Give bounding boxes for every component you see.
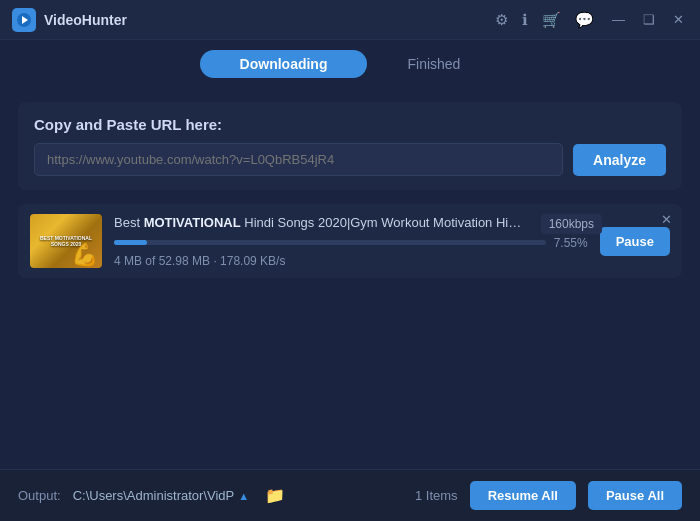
title-bar-left: VideoHunter: [12, 8, 127, 32]
progress-bar: [114, 240, 546, 245]
download-item: ✕ BEST MOTIVATIONAL SONGS 2020 💪 Best MO…: [18, 204, 682, 278]
app-title: VideoHunter: [44, 12, 127, 28]
thumbnail: BEST MOTIVATIONAL SONGS 2020 💪: [30, 214, 102, 268]
info-icon[interactable]: ℹ: [522, 11, 528, 29]
url-row: Analyze: [34, 143, 666, 176]
resume-all-button[interactable]: Resume All: [470, 481, 576, 510]
title-bar: VideoHunter ⚙ ℹ 🛒 💬 — ❑ ✕: [0, 0, 700, 40]
window-controls: — ❑ ✕: [608, 10, 688, 29]
tab-downloading[interactable]: Downloading: [200, 50, 368, 78]
main-content: Copy and Paste URL here: Analyze ✕ BEST …: [0, 88, 700, 278]
tabs-bar: Downloading Finished: [0, 40, 700, 88]
path-arrow-icon: ▲: [238, 490, 249, 502]
chat-icon[interactable]: 💬: [575, 11, 594, 29]
thumb-figure: 💪: [71, 242, 98, 268]
output-label: Output:: [18, 488, 61, 503]
app-logo: [12, 8, 36, 32]
download-title: Best MOTIVATIONAL Hindi Songs 2020|Gym W…: [114, 215, 588, 230]
url-label: Copy and Paste URL here:: [34, 116, 666, 133]
open-folder-icon[interactable]: 📁: [265, 486, 285, 505]
tab-finished[interactable]: Finished: [367, 50, 500, 78]
analyze-button[interactable]: Analyze: [573, 144, 666, 176]
progress-fill: [114, 240, 147, 245]
close-button[interactable]: ✕: [669, 10, 688, 29]
title-bar-icons: ⚙ ℹ 🛒 💬: [495, 11, 594, 29]
items-count: 1 Items: [415, 488, 458, 503]
maximize-button[interactable]: ❑: [639, 10, 659, 29]
pause-button[interactable]: Pause: [600, 227, 670, 256]
bottom-bar: Output: C:\Users\Administrator\VidP ▲ 📁 …: [0, 469, 700, 521]
url-section: Copy and Paste URL here: Analyze: [18, 102, 682, 190]
download-info: Best MOTIVATIONAL Hindi Songs 2020|Gym W…: [114, 215, 588, 268]
shop-icon[interactable]: 🛒: [542, 11, 561, 29]
download-meta: 4 MB of 52.98 MB · 178.09 KB/s: [114, 254, 588, 268]
pause-all-button[interactable]: Pause All: [588, 481, 682, 510]
close-item-icon[interactable]: ✕: [661, 212, 672, 227]
speed-badge: 160kbps: [541, 214, 602, 234]
progress-percent: 7.55%: [554, 236, 588, 250]
minimize-button[interactable]: —: [608, 10, 629, 29]
settings-icon[interactable]: ⚙: [495, 11, 508, 29]
output-path: C:\Users\Administrator\VidP ▲: [73, 488, 249, 503]
progress-row: 7.55%: [114, 236, 588, 250]
url-input[interactable]: [34, 143, 563, 176]
